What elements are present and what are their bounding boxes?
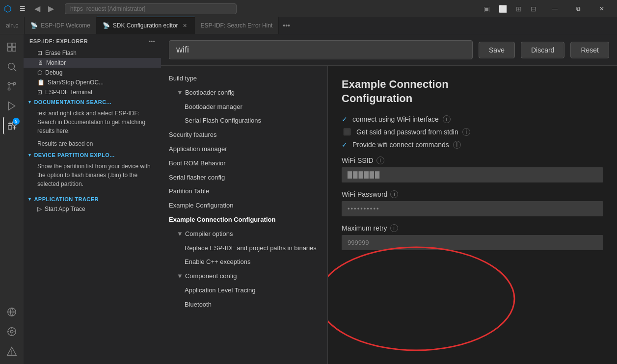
checkmark-provide-wifi: ✓ bbox=[342, 141, 348, 149]
editor-area: Save Discard Reset Build type ▼Bootloade… bbox=[161, 34, 617, 364]
sidebar-item-terminal[interactable]: ⊡ ESP-IDF Terminal bbox=[24, 87, 161, 97]
layout-btn-4[interactable]: ⊟ bbox=[528, 4, 539, 14]
checkbox-get-ssid[interactable] bbox=[344, 129, 350, 135]
tree-item-example-connection[interactable]: Example Connection Configuration bbox=[161, 213, 327, 227]
terminal-label: ESP-IDF Terminal bbox=[45, 89, 92, 96]
debug-icon: ⬡ bbox=[37, 69, 42, 76]
sidebar-item-monitor[interactable]: 🖥 Monitor bbox=[24, 58, 161, 68]
info-icon-get-ssid[interactable]: i bbox=[462, 128, 470, 136]
erase-flash-icon: ⊡ bbox=[37, 50, 42, 56]
svg-rect-3 bbox=[12, 48, 16, 51]
tab-close-sdk[interactable]: ✕ bbox=[181, 22, 188, 29]
activity-search[interactable] bbox=[3, 58, 21, 76]
wifi-password-input[interactable] bbox=[342, 201, 603, 216]
activity-explorer[interactable] bbox=[3, 38, 21, 56]
svg-point-7 bbox=[8, 88, 10, 90]
tree-item-component-config[interactable]: ▼Component config bbox=[161, 269, 327, 284]
tree-item-compiler-options[interactable]: ▼Compiler options bbox=[161, 227, 327, 241]
monitor-label: Monitor bbox=[46, 59, 66, 66]
option-get-ssid: Get ssid and password from stdin i bbox=[342, 128, 603, 136]
tree-item-build-type[interactable]: Build type bbox=[161, 72, 327, 86]
tab-label: ESP-IDF Welcome bbox=[41, 22, 90, 29]
tree-item-application-manager[interactable]: Application manager bbox=[161, 142, 327, 156]
window-controls: — ⧉ ✕ bbox=[543, 0, 613, 17]
tree-item-app-level-tracing[interactable]: Application Level Tracing bbox=[161, 284, 327, 298]
config-detail: Example ConnectionConfiguration ✓ connec… bbox=[328, 66, 617, 364]
layout-btn-3[interactable]: ⊞ bbox=[513, 4, 525, 14]
activity-extensions[interactable]: 9 bbox=[3, 117, 21, 134]
layout-btn-1[interactable]: ▣ bbox=[481, 4, 493, 14]
svg-marker-9 bbox=[9, 102, 15, 110]
close-button[interactable]: ✕ bbox=[590, 0, 613, 17]
discard-button[interactable]: Discard bbox=[521, 42, 564, 58]
menu-icon[interactable]: ☰ bbox=[18, 3, 27, 14]
device-partition-section[interactable]: DEVICE PARTITION EXPLO... bbox=[24, 150, 161, 160]
tab-overflow-menu[interactable]: ••• bbox=[279, 17, 294, 34]
sidebar-item-openocd[interactable]: 📋 Start/Stop OpenOC... bbox=[24, 78, 161, 87]
svg-rect-0 bbox=[8, 43, 11, 47]
sidebar-more-icon[interactable]: ••• bbox=[149, 38, 155, 44]
tab-label: ESP-IDF: Search Error Hint bbox=[201, 22, 273, 29]
forward-button[interactable]: ▶ bbox=[45, 3, 57, 14]
sidebar-item-start-app-trace[interactable]: ▷ Start App Trace bbox=[24, 204, 161, 214]
option-provide-wifi: ✓ Provide wifi connect commands i bbox=[342, 141, 603, 149]
maximize-button[interactable]: ⧉ bbox=[567, 0, 590, 17]
svg-point-15 bbox=[12, 354, 12, 354]
erase-flash-label: Erase Flash bbox=[45, 50, 77, 56]
reset-button[interactable]: Reset bbox=[570, 42, 609, 58]
info-icon-ssid[interactable]: i bbox=[376, 156, 384, 164]
info-icon-password[interactable]: i bbox=[390, 190, 398, 198]
tree-item-example-configuration[interactable]: Example Configuration bbox=[161, 199, 327, 213]
tab-label: ain.c bbox=[6, 22, 18, 29]
info-icon-connect-wifi[interactable]: i bbox=[443, 115, 451, 123]
info-icon-provide-wifi[interactable]: i bbox=[453, 141, 461, 149]
wifi-ssid-input[interactable] bbox=[342, 167, 603, 182]
layout-btn-2[interactable]: ⬜ bbox=[496, 4, 510, 14]
info-icon-retry[interactable]: i bbox=[390, 224, 398, 232]
minimize-button[interactable]: — bbox=[543, 0, 566, 17]
tree-item-serial-flasher[interactable]: Serial flasher config bbox=[161, 171, 327, 185]
option-label-get-ssid: Get ssid and password from stdin bbox=[356, 128, 458, 136]
doc-search-section[interactable]: DOCUMENTATION SEARC... bbox=[24, 97, 161, 107]
back-button[interactable]: ◀ bbox=[31, 3, 43, 14]
sidebar-header-actions: ••• bbox=[149, 38, 155, 44]
svg-rect-2 bbox=[8, 48, 11, 51]
config-tree: Build type ▼Bootloader config Bootloader… bbox=[161, 66, 328, 364]
activity-run[interactable] bbox=[3, 97, 21, 115]
tree-item-bluetooth[interactable]: Bluetooth bbox=[161, 298, 327, 312]
tree-item-enable-cpp[interactable]: Enable C++ exceptions bbox=[161, 255, 327, 269]
app-tracer-section[interactable]: APPLICATION TRACER bbox=[24, 194, 161, 204]
activity-esp-idf[interactable] bbox=[3, 323, 21, 340]
tree-item-serial-flash-configs[interactable]: Serial Flash Configurations bbox=[161, 114, 327, 128]
tab-search-hint[interactable]: ESP-IDF: Search Error Hint ✕ bbox=[195, 17, 279, 34]
activity-source-control[interactable] bbox=[3, 78, 21, 95]
tab-sdk-config[interactable]: 📡 SDK Configuration editor ✕ bbox=[97, 17, 195, 34]
tree-item-security-features[interactable]: Security features bbox=[161, 128, 327, 142]
sidebar-item-erase-flash[interactable]: ⊡ Erase Flash bbox=[24, 48, 161, 58]
save-button[interactable]: Save bbox=[479, 42, 515, 58]
sidebar-title: ESP-IDF: EXPLORER bbox=[29, 38, 88, 44]
option-label-connect-wifi: connect using WiFi interface bbox=[352, 115, 439, 123]
config-search-input[interactable] bbox=[169, 40, 473, 59]
sidebar: ESP-IDF: EXPLORER ••• ⊡ Erase Flash 🖥 Mo… bbox=[24, 34, 161, 364]
main-area: 9 ESP-IDF: EXPLORER ••• ⊡ Erase Flash 🖥 … bbox=[0, 34, 617, 364]
title-search-input[interactable] bbox=[65, 3, 237, 14]
tree-item-bootloader-manager[interactable]: Bootloader manager bbox=[161, 100, 327, 114]
maximum-retry-input[interactable] bbox=[342, 235, 603, 250]
sidebar-item-debug[interactable]: ⬡ Debug bbox=[24, 68, 161, 78]
app-tracer-title: APPLICATION TRACER bbox=[34, 196, 99, 202]
extensions-badge: 9 bbox=[13, 118, 20, 125]
tab-main-c[interactable]: ain.c bbox=[0, 17, 25, 34]
tree-item-boot-rom[interactable]: Boot ROM Behavior bbox=[161, 156, 327, 171]
monitor-icon: 🖥 bbox=[37, 59, 43, 66]
tab-esp-idf-welcome[interactable]: 📡 ESP-IDF Welcome bbox=[25, 17, 96, 34]
doc-search-text: text and right click and select ESP-IDF:… bbox=[24, 107, 161, 137]
activity-remote[interactable] bbox=[3, 303, 21, 321]
device-partition-title: DEVICE PARTITION EXPLO... bbox=[34, 152, 114, 158]
tree-item-partition-table[interactable]: Partition Table bbox=[161, 184, 327, 199]
config-search-bar: Save Discard Reset bbox=[161, 34, 617, 66]
tree-item-bootloader-config[interactable]: ▼Bootloader config bbox=[161, 86, 327, 100]
activity-warning[interactable] bbox=[3, 342, 21, 360]
svg-line-5 bbox=[14, 69, 16, 71]
tree-item-replace-esp-idf[interactable]: Replace ESP-IDF and project paths in bin… bbox=[161, 241, 327, 256]
